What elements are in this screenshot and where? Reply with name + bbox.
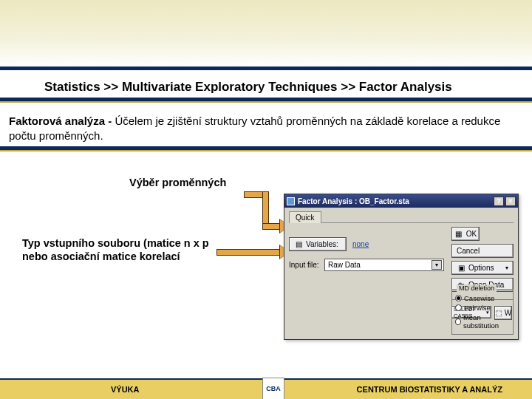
- variables-icon: ▤: [294, 240, 303, 249]
- close-icon[interactable]: ×: [505, 197, 516, 206]
- arrow-body-1c: [262, 223, 280, 230]
- radio-circle-icon: [455, 304, 462, 311]
- arrow-body-2: [216, 249, 280, 256]
- options-icon: ▣: [457, 264, 466, 273]
- tab-underline: [289, 222, 514, 223]
- rule-dark-top: [0, 66, 532, 70]
- dialog-title-text: Factor Analysis : OB_Factor.sta: [298, 197, 409, 205]
- label-input-file-type: Typ vstupního souboru (matice n x p nebo…: [22, 236, 214, 263]
- input-file-value: Raw Data: [328, 261, 361, 269]
- tab-quick[interactable]: Quick: [289, 211, 321, 223]
- footer-left: VÝUKA: [111, 385, 140, 394]
- help-icon[interactable]: ?: [494, 197, 504, 206]
- radio-circle-icon: [455, 318, 461, 325]
- cancel-label: Cancel: [457, 247, 480, 255]
- radio-casewise[interactable]: Casewise: [455, 294, 510, 302]
- options-button[interactable]: ▣ Options ▾: [451, 261, 514, 275]
- footer-logo: CBA: [262, 378, 284, 399]
- factor-analysis-dialog: Factor Analysis : OB_Factor.sta ? × Quic…: [284, 194, 519, 340]
- radio-mean-label: Mean substitution: [463, 313, 510, 330]
- rule-gold-2: [0, 101, 532, 103]
- radio-mean-substitution[interactable]: Mean substitution: [455, 313, 510, 330]
- rule-gold-3: [0, 150, 532, 151]
- radio-pairwise[interactable]: Pairwise: [455, 304, 510, 312]
- dialog-body: Quick ▤ Variables: none Input file: Raw …: [284, 208, 518, 339]
- label-variable-selection: Výběr proměnných: [129, 177, 226, 188]
- variables-value[interactable]: none: [352, 240, 369, 248]
- md-deletion-group: MD deletion Casewise Pairwise Mean subst…: [451, 289, 514, 335]
- arrow-body-1b: [262, 191, 269, 227]
- ok-label: OK: [466, 230, 477, 238]
- options-chevron-icon: ▾: [505, 265, 508, 271]
- footer-right: CENTRUM BIOSTATISTIKY A ANALÝZ: [357, 385, 502, 394]
- cancel-button[interactable]: Cancel: [451, 244, 514, 258]
- ok-button[interactable]: ▦ OK: [451, 227, 480, 241]
- dialog-titlebar[interactable]: Factor Analysis : OB_Factor.sta ? ×: [284, 194, 518, 208]
- footer-bar: VÝUKA CBA CENTRUM BIOSTATISTIKY A ANALÝZ: [0, 378, 532, 399]
- radio-casewise-label: Casewise: [464, 294, 494, 302]
- options-label: Options: [468, 264, 494, 272]
- description: Faktorová analýza - Účelem je zjištění s…: [9, 114, 519, 143]
- chevron-down-icon[interactable]: ▾: [432, 260, 442, 270]
- variables-button[interactable]: ▤ Variables:: [289, 237, 347, 251]
- breadcrumb-title: Statistics >> Multivariate Exploratory T…: [44, 80, 452, 95]
- dialog-left-area: ▤ Variables: none Input file: Raw Data ▾: [289, 234, 444, 271]
- variables-button-label: Variables:: [306, 240, 338, 248]
- dialog-icon: [287, 197, 295, 205]
- radio-dot-icon: [455, 295, 462, 301]
- input-file-select[interactable]: Raw Data ▾: [324, 259, 444, 271]
- radio-pairwise-label: Pairwise: [464, 304, 491, 312]
- desc-bold: Faktorová analýza -: [9, 115, 112, 127]
- ok-icon: ▦: [454, 230, 463, 239]
- input-file-label: Input file:: [289, 261, 321, 269]
- header-gradient: [0, 0, 532, 66]
- md-deletion-title: MD deletion: [457, 284, 497, 292]
